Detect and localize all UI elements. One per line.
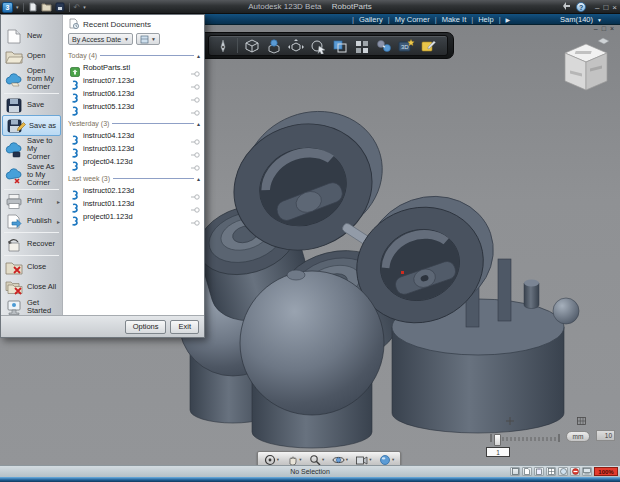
snap-marker-icon[interactable] [506, 417, 514, 425]
file-menu-item-new[interactable]: New [1, 26, 62, 46]
menu-more-icon[interactable]: ▶ [506, 16, 511, 23]
combine-tool-icon[interactable] [329, 36, 351, 55]
file-menu-item-open-from-my-corner[interactable]: Open from My Corner [1, 66, 62, 92]
layout-grid-icon[interactable] [546, 467, 556, 476]
file-menu-item-close[interactable]: Close [1, 257, 62, 277]
doc-restore-button[interactable]: □ [602, 25, 606, 32]
pin-icon[interactable] [190, 145, 200, 153]
recent-file-item[interactable]: project01.123d [68, 210, 200, 223]
exit-button[interactable]: Exit [170, 320, 199, 334]
window-bottom-frame [0, 477, 620, 482]
modify-tool-icon[interactable] [307, 36, 329, 55]
zoom-tool[interactable]: ▾ [309, 454, 324, 466]
doc-minimize-button[interactable]: – [594, 25, 598, 32]
sort-by-dropdown[interactable]: By Access Date ▼ [68, 33, 133, 45]
recent-file-item[interactable]: instruct04.123d [68, 129, 200, 142]
sketch-pen-icon[interactable] [212, 36, 234, 55]
menu-separator [4, 232, 59, 233]
recent-file-item[interactable]: instruct06.123d [68, 87, 200, 100]
123d-file-icon [70, 157, 80, 167]
pattern-tool-icon[interactable] [351, 36, 373, 55]
close-button[interactable]: × [612, 3, 617, 12]
scale-current-value[interactable]: 1 [486, 447, 510, 457]
recent-group-last-week[interactable]: Last week (3) ▴ [68, 173, 200, 184]
globe-icon[interactable] [558, 467, 568, 476]
collapse-arrow-icon[interactable]: ▴ [197, 52, 200, 59]
file-menu-item-recover[interactable]: Recover [1, 234, 62, 254]
pin-icon[interactable] [190, 103, 200, 111]
pin-icon[interactable] [190, 64, 200, 72]
recent-file-item[interactable]: project04.123d [68, 155, 200, 168]
file-menu-item-open[interactable]: Open [1, 46, 62, 66]
minimize-button[interactable]: – [595, 3, 599, 12]
look-at-tool[interactable]: ▾ [355, 454, 371, 466]
group-tool-icon[interactable] [373, 36, 395, 55]
pin-icon[interactable] [190, 158, 200, 166]
recent-file-item[interactable]: instruct02.123d [68, 184, 200, 197]
recent-file-item[interactable]: instruct07.123d [68, 74, 200, 87]
user-account-menu[interactable]: Sam(140) ▼ [560, 15, 602, 24]
help-icon[interactable]: ? [576, 2, 586, 12]
recent-file-item[interactable]: instruct03.123d [68, 142, 200, 155]
123d-file-icon [70, 212, 80, 222]
file-menu-item-get-started[interactable]: Get Started [1, 297, 62, 317]
orbit-tool[interactable]: ▾ [332, 454, 348, 466]
file-menu-item-save-as-to-my-corner[interactable]: Save As to My Corner [1, 162, 62, 188]
view-mode-tool[interactable]: ▾ [379, 454, 394, 466]
pin-icon[interactable] [190, 200, 200, 208]
file-menu-item-print[interactable]: Print ▸ [1, 191, 62, 211]
document-status-icon[interactable] [522, 467, 532, 476]
scale-slider-handle[interactable] [494, 434, 501, 446]
collapse-arrow-icon[interactable]: ▴ [197, 120, 200, 127]
restore-button[interactable]: □ [603, 3, 608, 12]
box-primitive-icon[interactable] [241, 36, 263, 55]
modeling-toolbar: 3D [198, 32, 454, 59]
file-menu-item-publish[interactable]: Publish ▸ [1, 211, 62, 231]
recent-file-item[interactable]: instruct01.123d [68, 197, 200, 210]
file-menu-item-save-as[interactable]: Save as [2, 115, 61, 136]
3d-make-icon[interactable]: 3D [395, 36, 417, 55]
menu-help[interactable]: Help [478, 15, 493, 24]
caret-down-icon: ▼ [124, 36, 129, 42]
unit-button[interactable]: mm [566, 431, 590, 442]
clipboard-icon[interactable] [534, 467, 544, 476]
caret-down-icon: ▾ [322, 457, 324, 462]
pin-icon[interactable] [190, 77, 200, 85]
file-menu-item-save[interactable]: Save [1, 95, 62, 115]
no-entry-icon[interactable] [570, 467, 580, 476]
memory-usage-badge[interactable]: 100% [594, 467, 618, 476]
options-button[interactable]: Options [125, 320, 167, 334]
view-mode-dropdown[interactable]: ▼ [136, 33, 160, 45]
steering-wheel-tool[interactable]: ▾ [264, 454, 279, 466]
recent-documents-title: Recent Documents [83, 20, 151, 29]
recent-group-today[interactable]: Today (4) ▴ [68, 50, 200, 61]
recent-file-item[interactable]: RobotParts.stl [68, 61, 200, 74]
workstation-icon[interactable] [582, 467, 592, 476]
pin-icon[interactable] [190, 90, 200, 98]
selection-filter-icon[interactable] [510, 467, 520, 476]
menu-gallery[interactable]: Gallery [359, 15, 383, 24]
collapse-arrow-icon[interactable]: ▴ [197, 175, 200, 182]
pin-icon[interactable] [190, 213, 200, 221]
scale-max-value[interactable]: 10 [596, 430, 615, 441]
pan-tool[interactable]: ▾ [286, 454, 301, 466]
viewcube[interactable] [559, 36, 613, 98]
recent-group-yesterday[interactable]: Yesterday (3) ▴ [68, 118, 200, 129]
transform-tool-icon[interactable] [285, 36, 307, 55]
pin-icon[interactable] [190, 132, 200, 140]
file-menu-item-close-all[interactable]: Close All [1, 277, 62, 297]
file-menu-item-save-to-my-corner[interactable]: Save to My Corner [1, 136, 62, 162]
cloud-save-icon [4, 141, 24, 158]
doc-close-button[interactable]: × [610, 25, 614, 32]
menubar-separator: | [499, 15, 501, 24]
edit-material-icon[interactable] [417, 36, 439, 55]
recent-file-item[interactable]: instruct05.123d [68, 100, 200, 113]
grid-toggle-icon[interactable] [577, 417, 586, 425]
menu-my-corner[interactable]: My Corner [395, 15, 430, 24]
viewcube-home-icon [598, 38, 609, 44]
menu-make-it[interactable]: Make It [442, 15, 467, 24]
communication-center-icon[interactable] [562, 1, 571, 13]
publish-icon [4, 213, 24, 230]
sphere-primitive-icon[interactable] [263, 36, 285, 55]
pin-icon[interactable] [190, 187, 200, 195]
